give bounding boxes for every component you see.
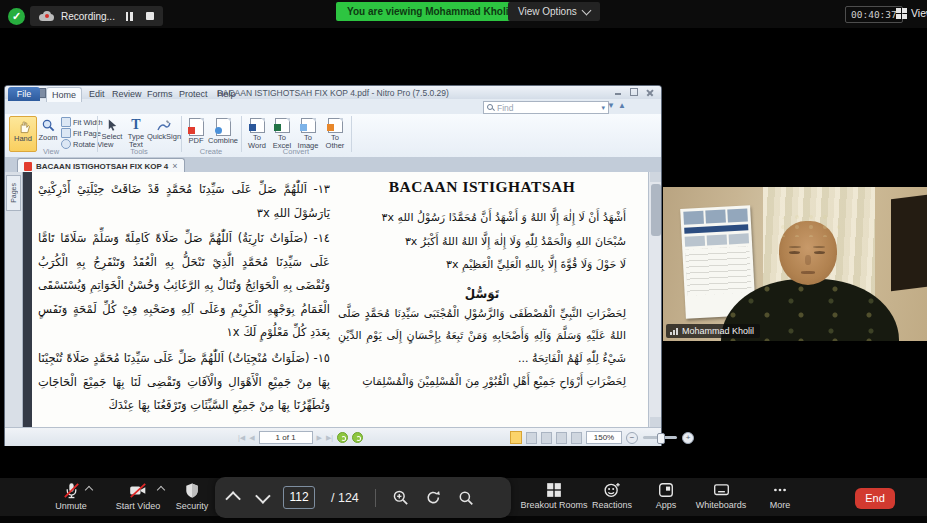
next-page-icon[interactable]: ▶ bbox=[317, 434, 322, 442]
menu-protect[interactable]: Protect bbox=[179, 87, 208, 101]
tab-close-icon[interactable]: × bbox=[172, 161, 177, 171]
find-options-dropdown-icon[interactable]: ▾ bbox=[601, 104, 605, 112]
scroll-up-button[interactable] bbox=[650, 172, 661, 182]
unmute-button[interactable]: Unmute bbox=[42, 482, 100, 511]
close-button[interactable] bbox=[643, 87, 657, 97]
find-prev-icon[interactable]: ▲ bbox=[618, 101, 626, 110]
combine-button[interactable]: Combine bbox=[209, 116, 237, 150]
zoom-cluster: 150% − + bbox=[510, 431, 694, 444]
scrollbar-thumb[interactable] bbox=[651, 184, 661, 236]
prev-page-icon[interactable]: ◀ bbox=[249, 434, 254, 442]
zoom-slider-handle[interactable] bbox=[657, 433, 665, 444]
menu-edit[interactable]: Edit bbox=[89, 87, 105, 101]
rotate-left-button[interactable] bbox=[337, 432, 348, 443]
fit-page-icon bbox=[61, 128, 71, 138]
find-input[interactable]: Find ▾ bbox=[483, 101, 609, 114]
doc-title: BACAAN ISTIGHATSAH bbox=[338, 178, 626, 196]
magnifier-icon bbox=[41, 118, 56, 133]
zoom-in-icon[interactable] bbox=[392, 489, 409, 506]
group-divider bbox=[181, 116, 182, 152]
zoom-tool-button[interactable]: Zoom bbox=[37, 116, 59, 150]
page-down-icon[interactable] bbox=[255, 488, 271, 504]
participant-eye bbox=[789, 251, 800, 254]
search-page-icon[interactable] bbox=[458, 490, 474, 506]
doc-right-column: BACAAN ISTIGHATSAH أَشْهَدُ أَنْ لَا إِل… bbox=[338, 176, 626, 393]
nitro-pro-window: N ↶ ↷ BACAAN ISTIGHOTSAH FIX KOP 4.pdf -… bbox=[5, 86, 661, 445]
document-tab[interactable]: BACAAN ISTIGHOTSAH FIX KOP 4 × bbox=[17, 158, 185, 173]
encryption-shield-icon: ✓ bbox=[8, 8, 25, 25]
menu-review[interactable]: Review bbox=[112, 87, 142, 101]
menu-forms[interactable]: Forms bbox=[147, 87, 173, 101]
document-scrollbar[interactable] bbox=[648, 172, 661, 427]
security-button[interactable]: Security bbox=[166, 482, 218, 511]
view-options-label: View Options bbox=[518, 6, 577, 17]
pages-panel-tab[interactable]: Pages bbox=[6, 175, 21, 211]
breakout-rooms-label: Breakout Rooms bbox=[520, 500, 587, 510]
doc-shahada-line: أَشْهَدُ أَنْ لَا إِلٰهَ إِلَّا اللهُ وَ… bbox=[338, 206, 626, 230]
reactions-button[interactable]: Reactions bbox=[585, 482, 639, 510]
image-doc-icon bbox=[301, 118, 316, 133]
menu-file[interactable]: File bbox=[8, 87, 40, 101]
page-up-icon[interactable] bbox=[225, 491, 241, 507]
layout-continuous-icon[interactable] bbox=[541, 432, 552, 444]
ribbon: Hand Zoom Fit Width Fit Page Rotate View… bbox=[5, 114, 661, 158]
participant-eye bbox=[814, 251, 825, 254]
type-text-icon: T bbox=[131, 118, 140, 132]
doc-tawassul-para1: لِحَضْرَاتِ النَّبِيِّ الْمُصْطَفَى وَال… bbox=[338, 303, 626, 371]
page-view-mode-icon[interactable] bbox=[510, 431, 522, 444]
end-meeting-button[interactable]: End bbox=[855, 488, 895, 509]
pdf-doc-icon bbox=[189, 118, 204, 136]
to-image-button[interactable]: To Image bbox=[295, 116, 321, 150]
maximize-button[interactable] bbox=[627, 87, 641, 97]
more-button[interactable]: More bbox=[762, 482, 798, 510]
cloud-recording-icon bbox=[39, 11, 54, 21]
to-excel-button[interactable]: To Excel bbox=[270, 116, 294, 150]
group-divider bbox=[241, 116, 242, 152]
menu-home[interactable]: Home bbox=[46, 87, 82, 102]
cursor-icon bbox=[106, 118, 119, 132]
whiteboards-button[interactable]: Whiteboards bbox=[690, 482, 752, 510]
view-button[interactable]: View bbox=[896, 7, 927, 19]
current-page-input[interactable]: 112 bbox=[283, 486, 315, 509]
select-tool-button[interactable]: Select bbox=[101, 116, 123, 150]
menu-help[interactable]: Help bbox=[217, 87, 236, 101]
zoom-slider[interactable] bbox=[643, 436, 677, 439]
stop-recording-button[interactable] bbox=[146, 12, 154, 20]
create-pdf-button[interactable]: PDF bbox=[185, 116, 207, 150]
apps-label: Apps bbox=[656, 500, 677, 510]
type-text-button[interactable]: T Type Text bbox=[124, 116, 148, 150]
pdf-file-icon bbox=[24, 162, 32, 171]
hand-tool-button[interactable]: Hand bbox=[9, 116, 37, 152]
chevron-down-icon bbox=[581, 5, 591, 15]
layout-single-icon[interactable] bbox=[526, 432, 537, 444]
layout-book-icon[interactable] bbox=[571, 432, 582, 444]
view-options-dropdown[interactable]: View Options bbox=[508, 2, 600, 21]
zoom-in-button[interactable]: + bbox=[682, 432, 694, 444]
pause-recording-button[interactable] bbox=[126, 12, 133, 21]
minimize-button[interactable] bbox=[611, 87, 625, 97]
recording-indicator: Recording... bbox=[30, 6, 163, 26]
zoom-out-button[interactable]: − bbox=[626, 432, 638, 444]
whiteboards-icon bbox=[713, 482, 730, 498]
rotate-right-button[interactable] bbox=[352, 432, 363, 443]
page-indicator[interactable]: 1 of 1 bbox=[259, 431, 313, 444]
breakout-rooms-button[interactable]: Breakout Rooms bbox=[516, 482, 592, 510]
doc-item-15: ١٥- (صَلَوَاتٌ مُنْجِيَاتٌ) اَللّٰهُمَّ … bbox=[38, 347, 330, 418]
layout-facing-icon[interactable] bbox=[556, 432, 567, 444]
last-page-icon[interactable]: ▶| bbox=[326, 434, 333, 442]
doc-left-column: ١٣- اَللّٰهُمَّ صَلِّ عَلَى سَيِّدِنَا م… bbox=[38, 178, 330, 420]
first-page-icon[interactable]: |◀ bbox=[238, 434, 245, 442]
other-doc-icon bbox=[328, 118, 343, 133]
quicksign-button[interactable]: QuickSign bbox=[149, 116, 179, 150]
find-nav: ▼ ▲ bbox=[607, 101, 626, 110]
document-tab-title: BACAAN ISTIGHOTSAH FIX KOP 4 bbox=[36, 162, 168, 171]
to-word-button[interactable]: To Word bbox=[245, 116, 269, 150]
rotate-icon[interactable] bbox=[425, 489, 442, 506]
apps-button[interactable]: Apps bbox=[648, 482, 684, 510]
panel-divider bbox=[375, 489, 376, 507]
to-other-button[interactable]: To Other bbox=[322, 116, 348, 150]
zoom-level[interactable]: 150% bbox=[586, 431, 622, 444]
find-next-icon[interactable]: ▼ bbox=[607, 101, 615, 110]
participant-video-tile[interactable]: Mohammad Kholil bbox=[663, 187, 927, 341]
scroll-down-button[interactable] bbox=[650, 417, 661, 427]
